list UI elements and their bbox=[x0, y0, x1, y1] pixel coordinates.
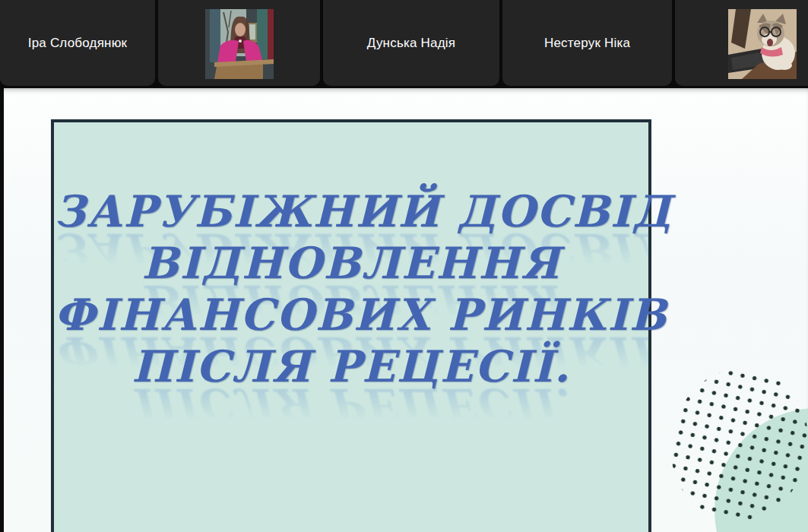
participant-name: Нестерук Ніка bbox=[544, 36, 630, 51]
participant-tile-dunska-nadiia[interactable]: Дунська Надія bbox=[323, 0, 499, 86]
participant-gallery-strip: Іра Слободянюк bbox=[0, 0, 808, 88]
slide-title-block: ЗАРУБІЖНИЙ ДОСВІД ЗАРУБІЖНИЙ ДОСВІД ВІДН… bbox=[54, 122, 648, 393]
participant-tile-video-cat[interactable] bbox=[675, 0, 808, 86]
participant-video-woman bbox=[205, 9, 274, 79]
slide-title-line: ПІСЛЯ РЕЦЕСІЇ. ПІСЛЯ РЕЦЕСІЇ. bbox=[54, 341, 648, 393]
slide-title-text: ВІДНОВЛЕННЯ bbox=[54, 238, 648, 288]
slide-title-line: ВІДНОВЛЕННЯ ВІДНОВЛЕННЯ bbox=[54, 238, 648, 290]
slide-title-line: ЗАРУБІЖНИЙ ДОСВІД ЗАРУБІЖНИЙ ДОСВІД bbox=[54, 186, 648, 238]
meeting-window: Іра Слободянюк bbox=[0, 0, 808, 532]
slide-title-text: ЗАРУБІЖНИЙ ДОСВІД bbox=[54, 186, 648, 236]
participant-name: Іра Слободянюк bbox=[28, 36, 128, 51]
participant-tile-nesteruk-nika[interactable]: Нестерук Ніка bbox=[502, 0, 672, 86]
slide-title-text: ПІСЛЯ РЕЦЕСІЇ. bbox=[54, 341, 648, 391]
screen-left-black-edge bbox=[0, 88, 4, 532]
shared-screen-area: ЗАРУБІЖНИЙ ДОСВІД ЗАРУБІЖНИЙ ДОСВІД ВІДН… bbox=[0, 88, 808, 532]
participant-tile-video-woman[interactable] bbox=[158, 0, 320, 86]
participant-name: Дунська Надія bbox=[367, 36, 455, 51]
slide-title-text: ФІНАНСОВИХ РИНКІВ bbox=[54, 290, 648, 340]
participant-video-cat bbox=[728, 9, 797, 79]
presentation-slide: ЗАРУБІЖНИЙ ДОСВІД ЗАРУБІЖНИЙ ДОСВІД ВІДН… bbox=[51, 119, 651, 532]
participant-tile-ira-slobodianiuk[interactable]: Іра Слободянюк bbox=[0, 0, 155, 86]
slide-title-line: ФІНАНСОВИХ РИНКІВ ФІНАНСОВИХ РИНКІВ bbox=[54, 290, 648, 341]
